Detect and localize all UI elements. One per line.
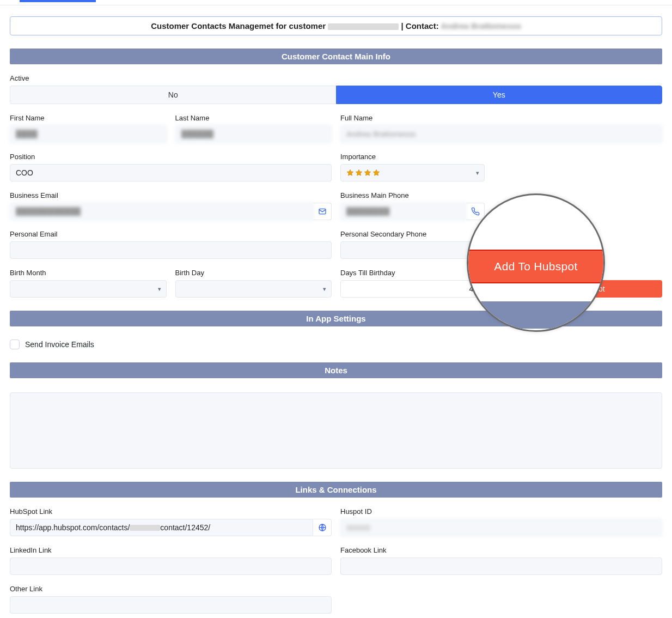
title-contact-name: Andrea Brattomesso — [441, 21, 521, 31]
label-send-invoice: Send Invoice Emails — [25, 340, 94, 349]
birth-month-select[interactable] — [10, 280, 167, 298]
importance-stars — [346, 169, 380, 177]
top-bar — [0, 0, 672, 5]
section-header-notes: Notes — [10, 362, 662, 378]
label-linkedin: LinkedIn Link — [10, 546, 332, 554]
label-first-name: First Name — [10, 114, 167, 122]
hubspot-id-input[interactable] — [340, 519, 662, 536]
full-name-input[interactable] — [340, 125, 662, 143]
active-tab-indicator — [20, 0, 96, 2]
label-personal-email: Personal Email — [10, 230, 332, 238]
linkedin-input[interactable] — [10, 558, 332, 575]
phone-icon[interactable] — [466, 203, 485, 220]
title-prefix: Customer Contacts Managemet for customer — [151, 21, 326, 31]
active-toggle[interactable]: No Yes — [10, 86, 662, 104]
title-customer-redacted — [328, 23, 399, 30]
label-birth-day: Birth Day — [175, 269, 332, 277]
page-title-box: Customer Contacts Managemet for customer… — [10, 16, 662, 35]
label-position: Position — [10, 153, 332, 161]
label-business-email: Business Email — [10, 191, 332, 199]
hubspot-id-redacted — [346, 525, 370, 531]
add-to-hubspot-button[interactable]: Add To Hubspot — [493, 280, 662, 298]
label-full-name: Full Name — [340, 114, 662, 122]
label-importance: Importance — [340, 153, 662, 161]
importance-select[interactable] — [340, 164, 485, 181]
label-hubspot-link: HubSpot Link — [10, 507, 332, 516]
birth-day-select[interactable] — [175, 280, 332, 298]
label-business-phone: Business Main Phone — [340, 191, 662, 199]
first-name-input[interactable] — [10, 125, 167, 143]
days-till-input[interactable] — [340, 280, 485, 298]
personal-phone-input[interactable] — [340, 241, 485, 259]
label-personal-phone: Personal Secondary Phone — [340, 230, 662, 238]
hubspot-link-redacted — [130, 525, 160, 531]
section-header-in-app: In App Settings — [10, 311, 662, 326]
label-other-link: Other Link — [10, 585, 332, 593]
notes-textarea[interactable] — [10, 392, 662, 469]
label-birth-month: Birth Month — [10, 269, 167, 277]
send-invoice-checkbox[interactable] — [10, 340, 20, 349]
mail-icon[interactable] — [313, 203, 332, 220]
label-days-till: Days Till Birthday — [340, 269, 662, 277]
title-contact-label: | Contact: — [401, 21, 438, 31]
personal-email-input[interactable] — [10, 241, 332, 259]
hubspot-link-prefix: https://app.hubspot.com/contacts/ — [16, 523, 130, 532]
label-active: Active — [10, 74, 662, 82]
hubspot-link-suffix: contact/12452/ — [160, 523, 210, 532]
label-hubspot-id: Huspot ID — [340, 507, 662, 516]
active-toggle-no[interactable]: No — [10, 86, 336, 104]
other-link-input[interactable] — [10, 596, 332, 614]
section-header-main-info: Customer Contact Main Info — [10, 49, 662, 64]
facebook-input[interactable] — [340, 558, 662, 575]
label-last-name: Last Name — [175, 114, 332, 122]
business-phone-input[interactable] — [340, 203, 466, 220]
label-facebook: Facebook Link — [340, 546, 662, 554]
last-name-input[interactable] — [175, 125, 332, 143]
page-content: Customer Contacts Managemet for customer… — [0, 5, 672, 618]
hubspot-link-input[interactable]: https://app.hubspot.com/contacts/contact… — [10, 519, 313, 536]
position-input[interactable] — [10, 164, 332, 181]
active-toggle-yes[interactable]: Yes — [336, 86, 663, 104]
business-email-input[interactable] — [10, 203, 313, 220]
section-header-links: Links & Connections — [10, 482, 662, 498]
globe-icon[interactable] — [313, 519, 332, 536]
